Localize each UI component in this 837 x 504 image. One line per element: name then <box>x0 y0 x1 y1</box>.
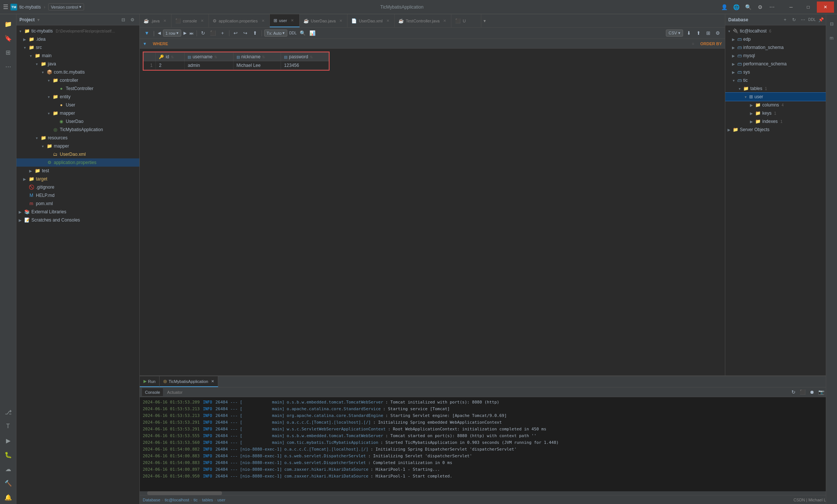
sidebar-icon-build[interactable]: 🔨 <box>1 476 15 490</box>
tab-userdaoxml-close[interactable]: ✕ <box>385 18 390 24</box>
toolbar-columns-btn[interactable]: ⊞ <box>704 29 712 37</box>
col-username-sort[interactable]: ⇅ <box>214 55 217 59</box>
tree-item-entity[interactable]: ▾ 📁 entity <box>16 93 139 101</box>
tab-user[interactable]: ⊞ user ✕ <box>270 14 300 27</box>
cell-nickname[interactable]: Michael Lee <box>233 61 281 70</box>
col-header-nickname[interactable]: ▤ nickname ⇅ <box>233 53 281 61</box>
tree-item-test[interactable]: ▶ 📁 test <box>16 167 139 175</box>
db-tree-item-info-schema[interactable]: ▶ 🗃 information_schema <box>725 43 837 52</box>
toolbar-settings-btn[interactable]: ⚙ <box>714 29 722 37</box>
tab-console-close[interactable]: ✕ <box>200 18 205 24</box>
db-tree-item-user[interactable]: ▾ ⊞ user <box>725 93 837 101</box>
cell-username[interactable]: admin <box>185 61 233 70</box>
panel-gear-btn[interactable]: ⚙ <box>128 16 136 24</box>
toolbar-chart-btn[interactable]: 📊 <box>308 29 316 37</box>
tree-item-extlibs[interactable]: ▶ 📚 External Libraries <box>16 208 139 216</box>
db-tree-item-sys[interactable]: ▶ 🗃 sys <box>725 68 837 76</box>
tab-console[interactable]: ⬛ console ✕ <box>172 14 209 27</box>
db-tree-item-edp[interactable]: ▶ 🗃 edp <box>725 35 837 43</box>
toolbar-redo-btn[interactable]: ↪ <box>241 29 250 37</box>
db-tree-item-indexes[interactable]: ▶ 📁 indexes 1 <box>725 117 837 126</box>
toolbar-search-btn[interactable]: 🔍 <box>299 29 307 37</box>
close-btn[interactable]: ✕ <box>817 1 834 13</box>
console-tab[interactable]: Console <box>142 388 163 396</box>
toolbar-undo-btn[interactable]: ↩ <box>232 29 240 37</box>
right-icon-1[interactable]: ⊟ <box>825 17 837 31</box>
user-icon-btn[interactable]: 👤 <box>720 3 729 12</box>
minimize-btn[interactable]: ─ <box>782 1 800 13</box>
col-nickname-sort[interactable]: ⇅ <box>262 55 265 59</box>
sidebar-icon-terminal[interactable]: T <box>1 420 15 433</box>
tree-item-gitignore[interactable]: ▶ 🚫 .gitignore <box>16 183 139 191</box>
tab-userdaoxml[interactable]: 📄 UserDao.xml ✕ <box>348 14 395 27</box>
tree-item-userdao[interactable]: ▶ ◉ UserDao <box>16 117 139 126</box>
tree-item-appprops[interactable]: ▶ ⚙ application.properties <box>16 158 139 167</box>
version-control-btn[interactable]: Version control ▾ <box>48 3 84 10</box>
tab-testcontroller[interactable]: ☕ TestController.java ✕ <box>395 14 452 27</box>
console-record-btn[interactable]: ⏺ <box>808 388 816 396</box>
toolbar-submit-btn[interactable]: ⬆ <box>251 29 259 37</box>
tree-item-controller[interactable]: ▾ 📁 controller <box>16 76 139 84</box>
toolbar-add-btn[interactable]: + <box>219 29 227 37</box>
col-header-password[interactable]: ▤ password ⇅ <box>281 53 329 61</box>
db-ddl-btn[interactable]: DDL <box>808 16 816 24</box>
toolbar-filter-btn[interactable]: ▼ <box>143 29 151 37</box>
bottom-tab-run[interactable]: ▶ Run <box>140 376 160 387</box>
sidebar-icon-more[interactable]: ⋯ <box>1 60 15 73</box>
tree-item-scratches[interactable]: ▶ 📝 Scratches and Consoles <box>16 216 139 224</box>
cell-password[interactable]: 123456 <box>281 61 329 70</box>
panel-collapse-btn[interactable]: ⊟ <box>119 16 127 24</box>
tx-mode-dropdown[interactable]: Tx: Auto ▾ <box>264 30 287 37</box>
sidebar-icon-notifications[interactable]: 🔔 <box>1 491 15 504</box>
db-tree-item-keys[interactable]: ▶ 📁 keys 1 <box>725 109 837 117</box>
sidebar-icon-git[interactable]: ⎇ <box>1 405 15 419</box>
tree-item-user-class[interactable]: ▶ ● User <box>16 101 139 109</box>
table-row[interactable]: 1 2 admin Michael Lee 123456 <box>144 61 329 70</box>
toolbar-import-btn[interactable]: ⬆ <box>694 29 702 37</box>
db-tree-item-tables[interactable]: ▾ 📁 tables 1 <box>725 84 837 93</box>
settings-icon-btn[interactable]: ⚙ <box>756 3 765 12</box>
toolbar-ddl-btn[interactable]: DDL <box>289 29 297 37</box>
tab-userdao[interactable]: ☕ UserDao.java ✕ <box>300 14 348 27</box>
tree-item-testcontroller[interactable]: ▶ ● TestController <box>16 84 139 93</box>
toolbar-refresh-btn[interactable]: ↻ <box>199 29 207 37</box>
db-tree-item-columns[interactable]: ▶ 📁 columns 4 <box>725 101 837 109</box>
db-tree-item-mysql[interactable]: ▶ 🗃 mysql <box>725 52 837 60</box>
sidebar-icon-run[interactable]: ▶ <box>1 434 15 447</box>
actuator-tab[interactable]: Actuator <box>164 388 185 396</box>
console-refresh-btn[interactable]: ↻ <box>789 388 797 396</box>
db-tree-item-root[interactable]: ▾ 🔌 tic@localhost 6 <box>725 27 837 35</box>
tree-item-main[interactable]: ▾ 📁 main <box>16 52 139 60</box>
tab-u[interactable]: ⬛ U <box>451 14 481 27</box>
tab-testcontroller-close[interactable]: ✕ <box>442 18 447 24</box>
run-tab-close[interactable]: ✕ <box>211 379 214 383</box>
scrollbar-bottom[interactable] <box>140 491 837 495</box>
col-header-id[interactable]: 🔑 id ⇅ <box>156 53 185 61</box>
tree-item-pomxml[interactable]: ▶ m pom.xml <box>16 200 139 208</box>
search-icon-btn[interactable]: 🔍 <box>744 3 753 12</box>
tree-item-resources[interactable]: ▾ 📁 resources <box>16 134 139 142</box>
tree-item-package[interactable]: ▾ 📦 com.tic.mybatis <box>16 68 139 76</box>
toolbar-export-btn[interactable]: ⬇ <box>685 29 693 37</box>
db-tree-item-perf-schema[interactable]: ▶ 🗃 performance_schema <box>725 60 837 68</box>
tree-item-ticmybatisapp[interactable]: ▶ ◎ TicMybatisApplication <box>16 126 139 134</box>
row-nav-back[interactable]: ◀ <box>158 31 161 35</box>
csv-export-dropdown[interactable]: CSV ▾ <box>666 30 683 37</box>
maximize-btn[interactable]: □ <box>800 1 817 13</box>
col-header-username[interactable]: ▤ username ⇅ <box>185 53 233 61</box>
sidebar-icon-structure[interactable]: ⊞ <box>1 46 15 59</box>
tree-item-target[interactable]: ▶ 📁 target <box>16 175 139 183</box>
row-nav-end[interactable]: ⏭ <box>189 31 194 35</box>
col-password-sort[interactable]: ⇅ <box>310 55 313 59</box>
tab-java-close[interactable]: ✕ <box>162 18 167 24</box>
db-tree-item-tic[interactable]: ▾ 🗃 tic <box>725 76 837 84</box>
db-add-btn[interactable]: + <box>781 16 789 24</box>
translate-icon-btn[interactable]: 🌐 <box>732 3 741 12</box>
right-icon-2[interactable]: m <box>825 31 837 45</box>
tab-java[interactable]: ☕ .java ✕ <box>140 14 172 27</box>
tree-item-java-dir[interactable]: ▾ 📁 java <box>16 60 139 68</box>
hamburger-menu[interactable]: ☰ <box>3 3 8 10</box>
sidebar-icon-project[interactable]: 📁 <box>1 17 15 31</box>
tree-item-userdaoxml[interactable]: ▶ 🗂 UserDao.xml <box>16 150 139 158</box>
sidebar-icon-services[interactable]: ☁ <box>1 462 15 476</box>
